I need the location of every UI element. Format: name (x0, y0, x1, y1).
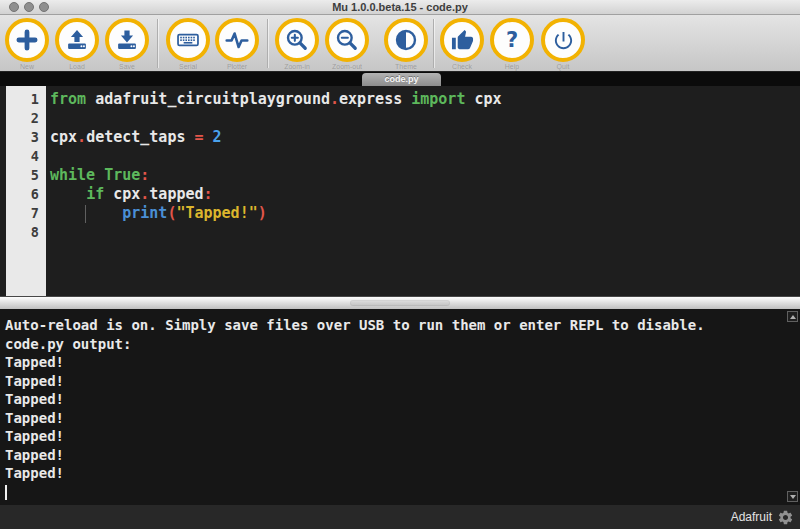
serial-button[interactable] (166, 18, 210, 62)
output-line: Tapped! (5, 464, 784, 483)
question-icon: ? (506, 30, 518, 51)
line-number: 1 (6, 90, 46, 109)
output-line: Tapped! (5, 409, 784, 428)
zoom-in-button-label: Zoom-in (267, 63, 327, 70)
serial-button-label: Serial (158, 63, 218, 70)
code-line[interactable] (46, 109, 798, 128)
mode-label: Adafruit (731, 510, 772, 524)
output-line: Auto-reload is on. Simply save files ove… (5, 316, 784, 335)
plus-icon (14, 27, 40, 53)
toolbar-separator (157, 19, 158, 68)
thumbs-up-icon (451, 29, 474, 52)
plotter-button[interactable] (215, 18, 259, 62)
arrow-down-icon (790, 495, 796, 499)
output-line: Tapped! (5, 427, 784, 446)
check-button-label: Check (432, 63, 492, 70)
output-scrollbar[interactable] (786, 309, 800, 505)
plotter-button-label: Plotter (207, 63, 267, 70)
new-button[interactable] (5, 18, 49, 62)
scroll-down-button[interactable] (787, 491, 798, 502)
serial-output-pane[interactable]: Auto-reload is on. Simply save files ove… (0, 309, 800, 505)
quit-button-label: Quit (533, 63, 593, 70)
output-line: Tapped! (5, 353, 784, 372)
new-button-label: New (0, 63, 57, 70)
quit-button[interactable] (541, 18, 585, 62)
help-button[interactable]: ? (490, 18, 534, 62)
line-number: 6 (6, 185, 46, 204)
zoom-button[interactable] (39, 2, 49, 12)
zoom-out-icon (334, 27, 360, 53)
code-line[interactable]: if cpx.tapped: (46, 185, 798, 204)
code-line[interactable] (46, 223, 798, 242)
save-button[interactable] (105, 18, 149, 62)
minimize-button[interactable] (24, 2, 34, 12)
close-button[interactable] (9, 2, 19, 12)
line-number: 2 (6, 109, 46, 128)
splitter-handle[interactable] (350, 300, 450, 306)
zoom-out-button[interactable] (325, 18, 369, 62)
pulse-icon (224, 27, 250, 53)
code-editor-pane[interactable]: 12345678 from adafruit_circuitplayground… (0, 86, 800, 296)
help-button-label: Help (482, 63, 542, 70)
line-number: 5 (6, 166, 46, 185)
line-number: 4 (6, 147, 46, 166)
indent-guide (85, 205, 86, 223)
output-lines: Auto-reload is on. Simply save files ove… (5, 316, 784, 500)
line-number: 3 (6, 128, 46, 147)
code-line[interactable]: from adafruit_circuitplayground.express … (46, 90, 798, 109)
line-number-gutter: 12345678 (6, 86, 46, 296)
mu-editor-window: Mu 1.0.0.beta.15 - code.py New Load Save (0, 0, 800, 529)
code-line[interactable] (46, 147, 798, 166)
scroll-up-button[interactable] (787, 311, 798, 322)
output-line: Tapped! (5, 390, 784, 409)
tab-strip: code.py (0, 72, 800, 86)
load-button-label: Load (47, 63, 107, 70)
line-number: 8 (6, 223, 46, 242)
toolbar-separator (433, 19, 434, 68)
output-line: Tapped! (5, 372, 784, 391)
pane-splitter[interactable] (0, 296, 800, 309)
toolbar-separator (267, 19, 268, 68)
theme-button-label: Theme (376, 63, 436, 70)
code-line[interactable]: cpx.detect_taps = 2 (46, 128, 798, 147)
power-icon (552, 29, 575, 52)
save-button-label: Save (97, 63, 157, 70)
contrast-icon (393, 27, 419, 53)
zoom-out-button-label: Zoom-out (317, 63, 377, 70)
upload-icon (64, 27, 90, 53)
text-cursor (5, 485, 7, 500)
gear-icon[interactable] (777, 509, 794, 526)
zoom-in-icon (284, 27, 310, 53)
status-bar: Adafruit (0, 505, 800, 529)
theme-button[interactable] (384, 18, 428, 62)
code-lines: from adafruit_circuitplayground.express … (46, 90, 798, 242)
zoom-in-button[interactable] (275, 18, 319, 62)
keyboard-icon (175, 27, 201, 53)
download-icon (114, 27, 140, 53)
arrow-up-icon (790, 315, 796, 319)
check-button[interactable] (440, 18, 484, 62)
title-bar: Mu 1.0.0.beta.15 - code.py (0, 0, 800, 15)
output-line: Tapped! (5, 446, 784, 465)
toolbar: New Load Save (0, 15, 800, 72)
output-line: code.py output: (5, 335, 784, 354)
tab-code-py[interactable]: code.py (362, 73, 441, 86)
code-line[interactable]: while True: (46, 166, 798, 185)
line-number: 7 (6, 204, 46, 223)
code-line[interactable]: print("Tapped!") (46, 204, 798, 223)
window-title: Mu 1.0.0.beta.15 - code.py (60, 1, 740, 13)
load-button[interactable] (55, 18, 99, 62)
